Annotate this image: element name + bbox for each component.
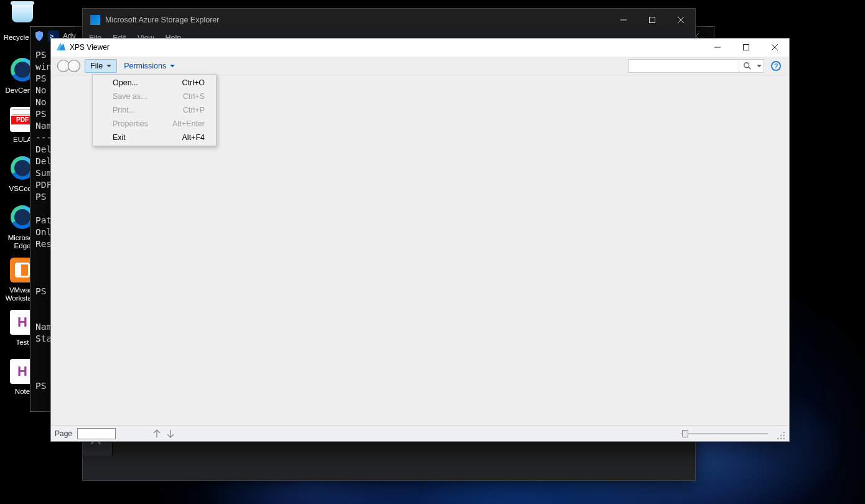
zoom-thumb[interactable] [682,430,688,437]
maximize-button[interactable] [732,39,760,57]
menu-item-accelerator: Ctrl+O [182,78,205,87]
zoom-track [681,433,768,434]
permissions-menu-button[interactable]: Permissions [118,59,180,73]
xps-app-icon [56,42,66,52]
menu-item-label: Open... [113,78,138,87]
close-button[interactable] [666,9,695,30]
search-options-dropdown[interactable] [755,63,764,68]
help-button[interactable]: ? [769,59,783,73]
menu-item-label: Save as... [113,92,147,101]
file-menu-item[interactable]: Open...Ctrl+O [94,76,215,90]
zoom-slider[interactable] [681,429,768,438]
close-button[interactable] [760,39,789,57]
search-input[interactable] [629,62,739,70]
file-menu-button[interactable]: File [85,59,117,73]
chevron-down-icon [170,63,175,68]
menu-item-accelerator: Alt+Enter [172,119,205,128]
svg-rect-0 [650,17,655,22]
search-button[interactable] [739,59,755,73]
file-menu-label: File [90,62,103,70]
xps-titlebar[interactable]: XPS Viewer [51,39,789,57]
page-label: Page [55,429,72,438]
shield-icon [34,31,44,41]
svg-point-10 [783,435,785,436]
binoculars-icon[interactable] [54,58,83,73]
xps-window-title: XPS Viewer [70,43,110,52]
menu-item-accelerator: Ctrl+S [183,92,205,101]
minimize-button[interactable] [703,39,732,57]
page-down-button[interactable] [166,429,175,439]
file-menu-item: PropertiesAlt+Enter [94,117,215,131]
maximize-button[interactable] [638,9,666,30]
chevron-down-icon [106,63,111,68]
menu-item-accelerator: Alt+F4 [182,133,205,142]
xps-toolbar: File Permissions ? [51,57,789,75]
svg-point-4 [744,62,749,67]
svg-point-9 [780,435,782,436]
permissions-menu-label: Permissions [124,62,166,70]
azure-titlebar[interactable]: Microsoft Azure Storage Explorer [83,9,695,30]
file-menu-item[interactable]: ExitAlt+F4 [94,131,215,144]
svg-point-8 [783,432,785,433]
azure-window-title: Microsoft Azure Storage Explorer [105,16,219,24]
menu-item-label: Properties [113,119,148,128]
file-menu-dropdown[interactable]: Open...Ctrl+OSave as...Ctrl+SPrint...Ctr… [92,74,217,146]
svg-point-11 [777,438,778,439]
minimize-button[interactable] [609,9,638,30]
resize-grip[interactable] [777,431,785,440]
svg-text:?: ? [774,62,778,70]
file-menu-item: Save as...Ctrl+S [94,90,215,103]
page-up-button[interactable] [152,429,162,439]
search-box[interactable] [629,59,764,73]
page-number-input[interactable] [77,428,116,439]
desktop: Recycle Bin DevCenter EULA VSCode Micros… [0,0,865,504]
menu-item-label: Exit [113,133,126,142]
svg-point-13 [783,438,785,439]
menu-item-label: Print... [113,106,135,114]
file-menu-item: Print...Ctrl+P [94,103,215,117]
xps-statusbar: Page [51,425,789,441]
menu-item-accelerator: Ctrl+P [183,106,205,114]
svg-point-12 [780,438,782,439]
azure-app-icon [90,15,100,25]
svg-rect-3 [744,45,749,50]
